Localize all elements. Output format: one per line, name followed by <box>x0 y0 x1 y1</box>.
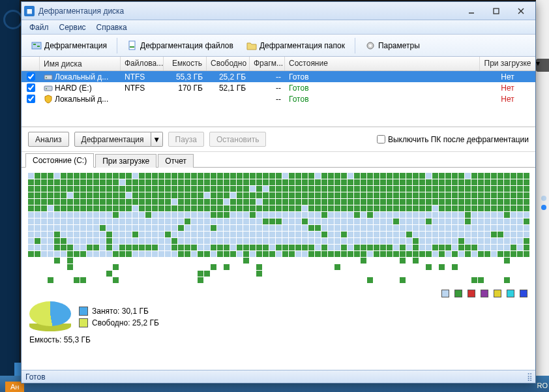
tabs: Состояние (C:) При загрузке Отчет <box>22 152 535 168</box>
toolbar: Дефрагментация Дефрагментация файлов Деф… <box>22 35 535 57</box>
free-label: Свободно: 25,2 ГБ <box>92 318 159 327</box>
menu-file[interactable]: Файл <box>24 22 54 33</box>
tab-report[interactable]: Отчет <box>158 154 194 168</box>
analyze-button[interactable]: Анализ <box>28 132 69 147</box>
menu-service[interactable]: Сервис <box>54 22 91 33</box>
disk-cap: 55,3 ГБ <box>164 72 207 82</box>
free-color-box <box>79 318 88 327</box>
legend-box <box>454 290 462 297</box>
tool-options[interactable]: Параметры <box>359 37 426 54</box>
disk-name: Локальный д... <box>55 95 108 104</box>
menu-help[interactable]: Справка <box>91 22 132 33</box>
defrag-map <box>28 173 529 283</box>
disk-cap: 170 ГБ <box>164 83 207 93</box>
tool-defrag-folders[interactable]: Дефрагментация папок <box>241 37 351 54</box>
titlebar[interactable]: ▦ Дефрагментация диска <box>22 2 535 20</box>
disk-free: 52,1 ГБ <box>207 83 250 93</box>
disk-name: HARD (E:) <box>55 83 92 93</box>
defrag-dropdown[interactable]: ▼ <box>151 132 163 147</box>
disk-name: Локальный д... <box>55 72 108 82</box>
file-icon <box>127 40 138 51</box>
stop-button[interactable]: Остановить <box>209 132 267 147</box>
legend-box <box>494 290 501 297</box>
tool-defrag-files[interactable]: Дефрагментация файлов <box>121 37 239 54</box>
col-boot[interactable]: При загрузке <box>480 57 535 70</box>
svg-point-12 <box>46 77 47 78</box>
maximize-button[interactable] <box>484 5 508 18</box>
legend-box <box>520 290 527 297</box>
legend-box <box>481 290 488 297</box>
disk-fs: NTFS <box>121 83 164 93</box>
shutdown-checkbox[interactable] <box>377 135 385 143</box>
gear-icon <box>365 40 376 51</box>
tool-defrag-folders-label: Дефрагментация папок <box>260 41 345 50</box>
shutdown-checkbox-wrap[interactable]: Выключить ПК после дефрагментации <box>377 135 529 144</box>
used-label: Занято: 30,1 ГБ <box>92 307 149 316</box>
col-cap[interactable]: Емкость <box>164 57 207 70</box>
tool-options-label: Параметры <box>378 41 420 50</box>
bg-ro-label: RO <box>537 382 548 389</box>
used-color-box <box>79 307 88 316</box>
folder-icon <box>246 40 257 51</box>
tab-state[interactable]: Состояние (C:) <box>25 153 94 168</box>
table-row[interactable]: Локальный д...NTFS55,3 ГБ25,2 ГБ--ГотовН… <box>22 71 535 82</box>
defrag-icon <box>31 40 42 51</box>
shutdown-label: Выключить ПК после дефрагментации <box>388 135 529 144</box>
disk-state: Готов <box>289 72 309 82</box>
capacity-label: Емкость: 55,3 ГБ <box>22 334 535 347</box>
legend-box <box>467 290 475 297</box>
tab-boot[interactable]: При загрузке <box>95 154 156 168</box>
svg-rect-8 <box>130 46 134 48</box>
window-title: Дефрагментация диска <box>38 7 460 16</box>
legend <box>22 286 535 299</box>
row-checkbox[interactable] <box>27 72 35 81</box>
row-checkbox[interactable] <box>27 95 35 103</box>
disk-free: 25,2 ГБ <box>207 72 250 82</box>
drive-icon <box>44 95 53 104</box>
drive-icon <box>44 72 53 82</box>
col-fs[interactable]: Файлова... <box>121 57 164 70</box>
close-button[interactable] <box>509 5 533 18</box>
tool-defrag[interactable]: Дефрагментация <box>25 37 113 54</box>
action-bar: Анализ Дефрагментация ▼ Пауза Остановить… <box>22 127 535 152</box>
disk-state: Готов <box>289 95 309 104</box>
legend-box <box>507 290 514 297</box>
svg-rect-11 <box>44 75 52 80</box>
col-state[interactable]: Состояние <box>285 57 480 70</box>
disk-fs: NTFS <box>121 72 164 82</box>
disk-boot: Нет <box>501 83 514 93</box>
app-icon: ▦ <box>24 6 35 16</box>
col-name[interactable]: Имя диска <box>40 57 121 70</box>
pie-chart <box>29 301 71 333</box>
app-window: ▦ Дефрагментация диска Файл Сервис Справ… <box>21 1 536 384</box>
tool-defrag-files-label: Дефрагментация файлов <box>140 41 233 50</box>
svg-rect-7 <box>129 41 135 50</box>
svg-rect-6 <box>37 46 40 47</box>
svg-rect-5 <box>33 44 36 45</box>
pause-button[interactable]: Пауза <box>168 132 204 147</box>
disk-frag: -- <box>250 95 285 104</box>
legend-box <box>441 290 449 297</box>
col-frag[interactable]: Фрагм... <box>250 57 285 70</box>
svg-point-10 <box>369 44 372 47</box>
resize-grip[interactable]: ⣿ <box>527 372 531 382</box>
col-free[interactable]: Свободно <box>207 57 250 70</box>
minimize-button[interactable] <box>460 5 483 18</box>
disk-state: Готов <box>289 83 309 93</box>
svg-rect-13 <box>44 86 52 91</box>
defrag-button[interactable]: Дефрагментация <box>74 132 151 147</box>
svg-rect-1 <box>494 8 499 14</box>
table-row[interactable]: Локальный д...--ГотовНет <box>22 93 535 104</box>
statusbar: Готов ⣿ <box>22 370 535 383</box>
svg-point-14 <box>46 88 47 89</box>
summary: Занято: 30,1 ГБ Свободно: 25,2 ГБ <box>22 299 535 334</box>
disk-boot: Нет <box>501 95 514 104</box>
disk-table: Имя диска Файлова... Емкость Свободно Фр… <box>22 57 535 127</box>
row-checkbox[interactable] <box>27 83 35 92</box>
disk-frag: -- <box>250 83 285 93</box>
tool-defrag-label: Дефрагментация <box>44 41 107 50</box>
menubar: Файл Сервис Справка <box>22 20 535 35</box>
disk-table-header[interactable]: Имя диска Файлова... Емкость Свободно Фр… <box>22 57 535 71</box>
disk-boot: Нет <box>501 72 514 82</box>
table-row[interactable]: HARD (E:)NTFS170 ГБ52,1 ГБ--ГотовНет <box>22 82 535 93</box>
